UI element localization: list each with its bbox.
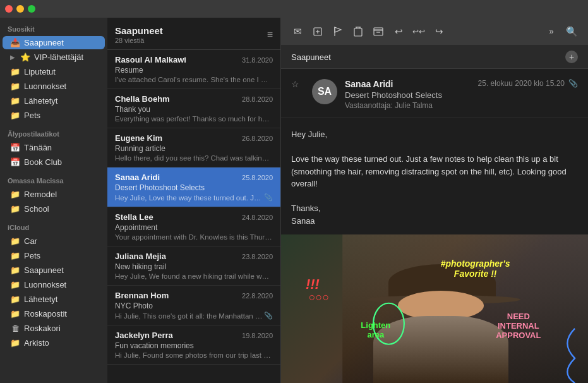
message-subject: Running article <box>115 144 273 153</box>
alypostilaatikot-label: Älypostilaatikot <box>0 123 107 140</box>
list-item[interactable]: Eugene Kim 26.8.2020 Running article Hel… <box>107 128 280 167</box>
reading-pane: ✉ <box>281 18 588 383</box>
search-button[interactable]: 🔍 <box>563 23 580 40</box>
email-attachment-indicator: 📎 <box>568 79 578 88</box>
list-item[interactable]: Chella Boehm 28.8.2020 Thank you Everyth… <box>107 89 280 128</box>
sidebar-item-bookclub[interactable]: 📅 Book Club <box>3 155 105 169</box>
sidebar-item-school[interactable]: 📁 School <box>3 202 105 216</box>
list-item[interactable]: Juliana Mejia 23.8.2020 New hiking trail… <box>107 246 280 286</box>
reading-header-bar: Saapuneet + <box>281 46 588 69</box>
new-message-button[interactable]: + <box>565 51 578 63</box>
calendar-icon: 📅 <box>10 143 20 152</box>
trash-icon: 🗑 <box>10 324 20 333</box>
star-icon: ⭐ <box>20 52 30 62</box>
sidebar-item-pets[interactable]: 📁 Pets <box>3 109 105 122</box>
delete-button[interactable] <box>349 23 367 40</box>
omassa-label: Omassa Macissa <box>0 169 107 187</box>
sidebar-item-roskapostit[interactable]: 📁 Roskapostit <box>3 307 105 320</box>
annotation-favorite: #photographer'sFavorite !! <box>441 258 510 279</box>
attachment-icon: 📎 <box>264 193 273 202</box>
avatar: SA <box>312 79 337 104</box>
sidebar-item-saapuneet[interactable]: 📥 Saapuneet <box>3 36 105 49</box>
list-item[interactable]: Stella Lee 24.8.2020 Appointment Your ap… <box>107 207 280 246</box>
list-item[interactable]: Brennan Hom 22.8.2020 NYC Photo Hi Julie… <box>107 286 280 325</box>
email-to-label: Vastaanottaja: <box>345 101 393 110</box>
email-thanks: Thanks, <box>291 202 578 215</box>
more-button[interactable]: » <box>543 23 560 40</box>
message-sender: Eugene Kim <box>115 133 162 143</box>
sidebar-item-arkisto[interactable]: 📁 Arkisto <box>3 336 105 350</box>
list-item[interactable]: Jackelyn Perra 19.8.2020 Fun vacation me… <box>107 325 280 365</box>
message-preview: Hi Julie, Found some photos from our tri… <box>115 351 273 359</box>
sidebar-item-car[interactable]: 📁 Car <box>3 234 105 248</box>
sidebar-item-luonnokset-icloud[interactable]: 📁 Luonnokset <box>3 278 105 291</box>
message-date: 23.8.2020 <box>242 253 273 260</box>
message-list-title: Saapuneet <box>115 25 163 36</box>
photo-background: !!! ○○○ Lightenarea #photographer'sFavor… <box>281 234 588 383</box>
list-item-selected[interactable]: Sanaa Aridi 25.8.2020 Desert Photoshoot … <box>107 167 280 207</box>
calendar-icon: 📅 <box>10 157 20 167</box>
sidebar-item-luonnokset[interactable]: 📁 Luonnokset <box>3 80 105 93</box>
reply-all-button[interactable]: ↩↩ <box>410 23 428 40</box>
folder-icon: 📁 <box>10 190 20 199</box>
suosikit-label: Suosikit <box>0 18 107 35</box>
sidebar-item-remodel[interactable]: 📁 Remodel <box>3 188 105 201</box>
sidebar-item-label: Roskakori <box>24 324 100 333</box>
maximize-button[interactable] <box>28 5 35 13</box>
message-sender: Sanaa Aridi <box>115 173 160 182</box>
archive-button[interactable] <box>369 23 387 40</box>
main-layout: Suosikit 📥 Saapuneet ▶ ⭐ VIP-lähettäjät … <box>0 18 588 383</box>
disclosure-icon: ▶ <box>10 54 15 61</box>
email-date-area: 25. elokuu 2020 klo 15.20 📎 <box>478 79 578 88</box>
mail-button[interactable]: ✉ <box>289 23 306 40</box>
sidebar-item-label: Luonnokset <box>24 82 100 91</box>
sidebar-item-tanaan[interactable]: 📅 Tänään <box>3 141 105 154</box>
sidebar-item-label: Book Club <box>24 157 100 167</box>
sidebar-item-label: Saapuneet <box>24 38 100 47</box>
inbox-icon: 📥 <box>10 38 20 47</box>
filter-icon[interactable]: ≡ <box>267 29 273 40</box>
email-to-name: Julie Talma <box>395 101 433 110</box>
message-list-header: Saapuneet 28 viestiä ≡ <box>107 18 280 50</box>
annotation-exclamations: !!! <box>306 276 320 293</box>
forward-button[interactable]: ↪ <box>430 23 448 40</box>
message-preview: Everything was perfect! Thanks so much f… <box>115 115 273 123</box>
sidebar-item-liputetut[interactable]: 📁 Liputetut <box>3 65 105 78</box>
sidebar-item-label: Car <box>24 236 100 246</box>
folder-icon: 📁 <box>10 280 20 289</box>
folder-icon: 📁 <box>10 236 20 246</box>
sidebar-item-lahetetyt-icloud[interactable]: 📁 Lähetetyt <box>3 293 105 306</box>
message-subject: Appointment <box>115 223 273 232</box>
compose-button[interactable] <box>309 23 327 40</box>
minimize-button[interactable] <box>16 5 24 13</box>
reply-button[interactable]: ↩ <box>390 23 407 40</box>
flag-button[interactable] <box>329 23 347 40</box>
sidebar-item-lahetetyt[interactable]: 📁 Lähetetyt <box>3 94 105 107</box>
sidebar-item-saapuneet-icloud[interactable]: 📁 Saapuneet <box>3 264 105 277</box>
svg-rect-9 <box>374 28 383 30</box>
message-subject: New hiking trail <box>115 262 273 271</box>
email-to: Vastaanottaja: Julie Talma <box>345 101 471 110</box>
folder-icon: 📁 <box>10 295 20 304</box>
traffic-lights <box>5 5 35 13</box>
message-sender: Chella Boehm <box>115 94 170 104</box>
message-subject: Fun vacation memories <box>115 341 273 350</box>
message-date: 26.8.2020 <box>242 135 273 142</box>
toolbar: ✉ <box>281 18 588 46</box>
star-button[interactable]: ☆ <box>291 79 299 89</box>
sidebar-item-pets-icloud[interactable]: 📁 Pets <box>3 249 105 262</box>
message-date: 31.8.2020 <box>242 56 273 64</box>
sidebar-item-label: Remodel <box>24 190 100 199</box>
message-date: 25.8.2020 <box>242 174 273 181</box>
sidebar-item-vip[interactable]: ▶ ⭐ VIP-lähettäjät <box>3 51 105 64</box>
annotation-curves-svg <box>542 324 588 383</box>
email-greeting: Hey Julie, <box>291 128 578 141</box>
email-subject: Desert Photoshoot Selects <box>345 90 471 100</box>
message-subject: Resume <box>115 66 273 75</box>
close-button[interactable] <box>5 5 13 13</box>
message-list: Saapuneet 28 viestiä ≡ Rasoul Al Malkawi… <box>107 18 281 383</box>
sidebar-item-label: School <box>24 204 100 214</box>
list-item[interactable]: Rasoul Al Malkawi 31.8.2020 Resume I've … <box>107 50 280 89</box>
sidebar-item-roskakori[interactable]: 🗑 Roskakori <box>3 322 105 335</box>
message-list-count: 28 viestiä <box>115 37 163 44</box>
